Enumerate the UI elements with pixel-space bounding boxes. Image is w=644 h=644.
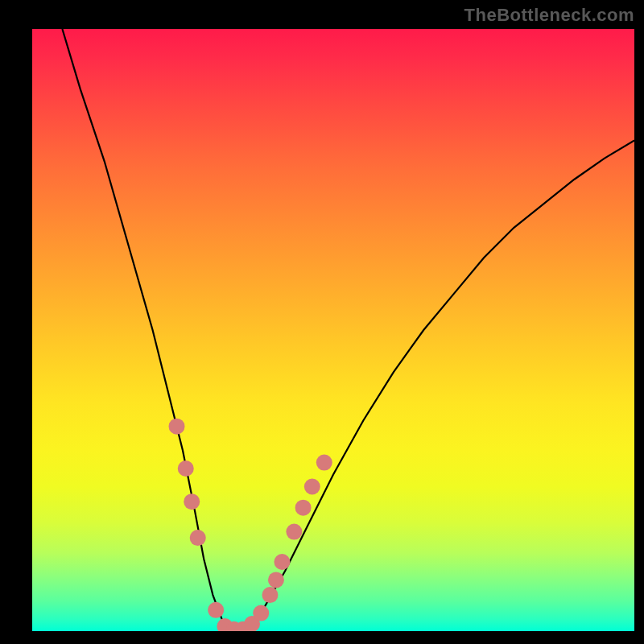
highlight-dot xyxy=(286,524,302,540)
highlight-dot xyxy=(253,605,269,621)
highlight-dot xyxy=(184,493,200,510)
highlight-dot xyxy=(208,602,224,618)
chart-svg xyxy=(32,29,634,631)
highlight-dot xyxy=(190,530,206,546)
highlight-dot xyxy=(268,572,284,588)
watermark-text: TheBottleneck.com xyxy=(464,5,634,26)
highlight-dot xyxy=(169,419,185,435)
highlight-dot xyxy=(316,455,332,471)
highlight-dot xyxy=(262,587,278,603)
highlight-dot xyxy=(274,554,290,570)
highlight-dot xyxy=(178,460,194,477)
chart-plot-area xyxy=(32,29,634,631)
highlight-dot xyxy=(295,500,312,516)
highlight-dot xyxy=(304,478,320,494)
bottleneck-curve-line xyxy=(62,29,634,631)
